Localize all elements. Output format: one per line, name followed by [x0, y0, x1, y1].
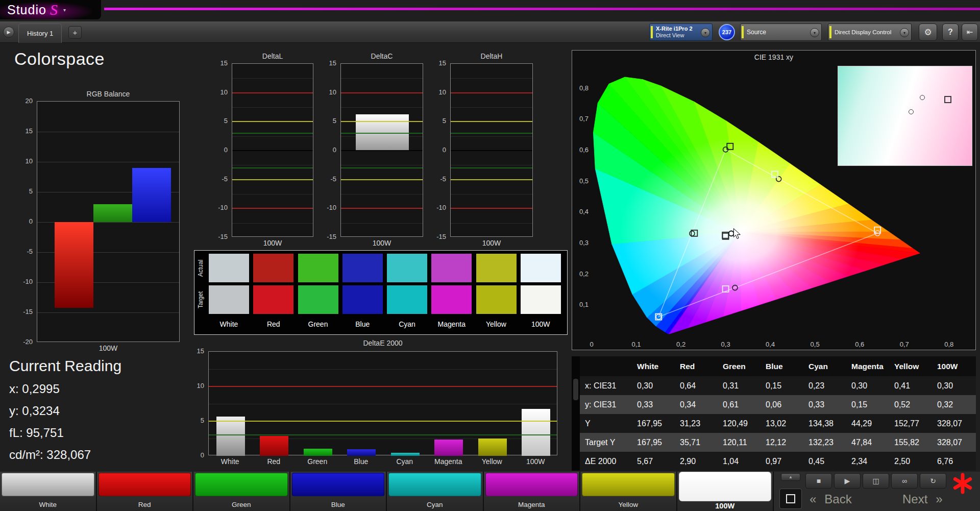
pattern-button-white[interactable]: White	[0, 472, 97, 511]
deltaC-xlabel: 100W	[340, 239, 423, 247]
studio-logo[interactable]: Studio S ▾	[0, 0, 101, 19]
cie-x-tick: 0,2	[676, 340, 685, 348]
y-tick-label: 5	[15, 187, 33, 195]
pattern-button-green[interactable]: Green	[193, 472, 290, 511]
continuous-measure-button[interactable]: ∞	[891, 473, 918, 489]
inset-target-marker	[920, 95, 925, 100]
pattern-button-yellow[interactable]: Yellow	[580, 472, 677, 511]
pattern-button-100w[interactable]: 100W	[677, 472, 774, 511]
y-tick-label: 10	[319, 88, 336, 96]
table-cell: 2,34	[847, 457, 890, 466]
table-header-red: Red	[676, 362, 719, 371]
table-cell: 167,95	[633, 438, 676, 447]
y-tick-label: -15	[15, 308, 33, 315]
y-tick-label: 15	[319, 59, 336, 67]
y-tick-label: -20	[15, 338, 33, 346]
help-button[interactable]: ?	[942, 23, 959, 41]
stop-button[interactable]: ■	[805, 473, 832, 489]
deltaE-title: DeltaE 2000	[208, 339, 557, 347]
settings-button[interactable]: ⚙	[919, 23, 937, 41]
x-category-label: Blue	[339, 457, 383, 466]
pattern-label: 100W	[677, 502, 773, 510]
table-row-label: ΔE 2000	[580, 457, 633, 466]
add-tab-button[interactable]: +	[68, 26, 82, 39]
table-cell: 0,33	[804, 400, 847, 409]
cie-y-tick: 0,1	[579, 301, 589, 308]
play-button[interactable]: ▶	[834, 473, 861, 489]
blackout-window-button[interactable]	[779, 489, 802, 509]
table-header-yellow: Yellow	[890, 362, 933, 371]
table-cell: 0,52	[890, 400, 933, 409]
tab-history-1[interactable]: History 1	[18, 23, 62, 43]
table-row-label: Y	[580, 419, 633, 428]
current-reading-x: x: 0,2995	[9, 382, 60, 396]
x-category-label: Magenta	[427, 457, 471, 466]
logo-text: Studio	[7, 3, 46, 17]
table-cell: 13,02	[762, 419, 804, 428]
bar-Green	[304, 449, 332, 456]
meter-dropdown[interactable]: X-Rite i1Pro 2 Direct View ▾	[649, 23, 713, 41]
table-cell: 0,41	[890, 381, 933, 391]
pattern-button-blue[interactable]: Blue	[290, 472, 387, 511]
swatch-column-label: White	[209, 320, 249, 328]
table-cell: 0,34	[676, 400, 719, 409]
swatch-actual-white	[209, 254, 249, 282]
measurement-table: WhiteRedGreenBlueCyanMagentaYellow100Wx:…	[572, 356, 976, 471]
swatch-column-label: Magenta	[431, 320, 472, 328]
bar-Blue	[347, 449, 376, 456]
pattern-button-red[interactable]: Red	[97, 472, 194, 511]
x-category-label: Red	[252, 457, 296, 466]
y-tick-label: -5	[429, 175, 446, 183]
table-row: y: CIE310,330,340,610,060,330,150,520,32	[580, 395, 976, 414]
cie-y-tick: 0,2	[579, 270, 589, 278]
next-button[interactable]: Next »	[902, 492, 943, 506]
pattern-swatch	[679, 472, 772, 501]
x-category-label: Green	[296, 457, 339, 466]
table-cell: 132,23	[804, 438, 847, 447]
table-cell: 31,23	[676, 419, 719, 428]
table-cell: 0,61	[719, 400, 762, 409]
single-measure-button[interactable]: ◫	[863, 473, 889, 489]
table-cell: 328,07	[933, 438, 976, 447]
pattern-button-magenta[interactable]: Magenta	[484, 472, 581, 511]
exit-button[interactable]: ⇤	[962, 23, 978, 41]
gear-icon: ⚙	[924, 27, 932, 38]
table-cell: 328,07	[933, 419, 976, 428]
alert-asterisk-icon[interactable]	[951, 472, 974, 495]
table-scrollbar[interactable]	[573, 379, 578, 400]
swatch-actual-green	[298, 254, 338, 282]
inset-target-marker	[909, 109, 914, 114]
rgb-balance-chart: RGB Balance-20-15-10-505101520100W	[15, 90, 184, 355]
swatch-column-label: Green	[298, 320, 338, 328]
history-expand-button[interactable]: ▶	[3, 27, 14, 38]
current-reading-fL: fL: 95,751	[9, 426, 64, 440]
pattern-swatch	[195, 473, 288, 496]
deltaH-plot	[450, 63, 533, 237]
y-tick-label: 0	[319, 146, 336, 154]
measurement-count-badge[interactable]: 237	[719, 24, 735, 40]
table-cell: 6,76	[933, 457, 976, 466]
pattern-label: White	[0, 501, 96, 508]
help-icon: ?	[948, 28, 953, 37]
table-header-row: WhiteRedGreenBlueCyanMagentaYellow100W	[580, 356, 976, 376]
cie-x-tick: 0,3	[721, 340, 730, 348]
chevron-down-icon: ▾	[900, 28, 909, 37]
scroll-up-button[interactable]: ▲	[781, 473, 800, 481]
back-button[interactable]: « Back	[810, 492, 852, 506]
pattern-swatch	[2, 473, 94, 496]
table-cell: 47,84	[847, 438, 890, 447]
reset-button[interactable]: ↻	[920, 473, 946, 489]
x-category-label: 100W	[514, 457, 558, 466]
cie-title: CIE 1931 xy	[572, 53, 975, 61]
workflow-dropdown[interactable]: Direct Display Control ▾	[828, 23, 912, 41]
y-tick-label: 15	[15, 127, 33, 135]
pattern-button-cyan[interactable]: Cyan	[387, 472, 484, 511]
table-cell: 167,95	[633, 419, 676, 428]
cie-x-tick: 0	[590, 340, 593, 348]
y-tick-label: 10	[187, 382, 204, 390]
table-cell: 0,15	[762, 381, 804, 391]
table-header-100w: 100W	[933, 362, 976, 371]
y-tick-label: -5	[15, 248, 33, 255]
source-dropdown[interactable]: Source ▾	[740, 23, 822, 41]
table-cell: 0,23	[804, 381, 847, 391]
